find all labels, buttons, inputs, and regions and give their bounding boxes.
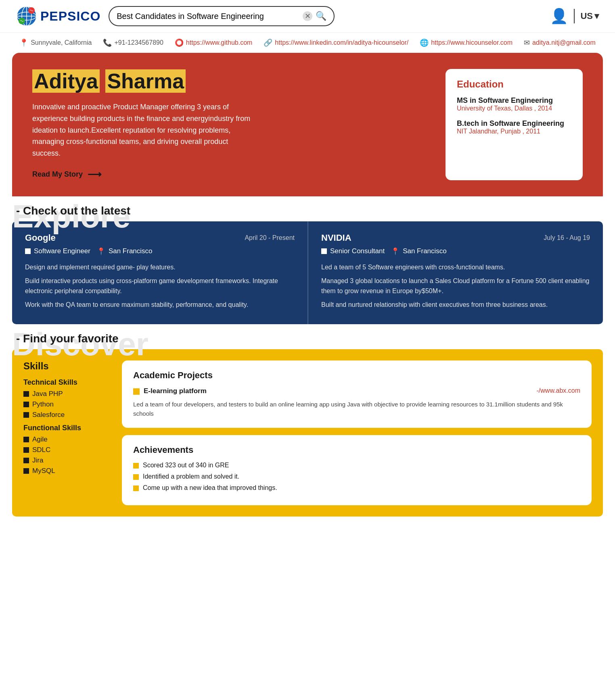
discover-title-area: Discover - Find your favorite <box>12 332 603 345</box>
functional-skills-label: Functional Skills <box>23 424 112 432</box>
skill-icon-java <box>23 391 29 397</box>
skill-mysql: MySQL <box>23 467 112 475</box>
github-icon: ⭕ <box>175 38 184 47</box>
edu-item-2: B.tech in Software Engineering NIT Jalan… <box>457 119 571 135</box>
exp-bullet-nvidia-1: Led a team of 5 Software engineers with … <box>321 262 590 273</box>
exp-role-nvidia: Senior Consultant 📍 San Francisco <box>321 247 590 256</box>
website-icon: 🌐 <box>420 38 429 47</box>
ach-icon-2 <box>133 474 139 480</box>
discover-section: Discover - Find your favorite <box>0 324 615 345</box>
skill-icon-python <box>23 402 29 407</box>
phone-icon: 📞 <box>103 38 112 47</box>
education-title: Education <box>457 79 571 90</box>
exp-card-google: Google April 20 - Present Software Engin… <box>12 221 308 324</box>
project-name-1: E-learning platform <box>144 387 533 395</box>
project-desc-1: Led a team of four developers, and teste… <box>133 400 580 418</box>
exp-role-title-nvidia: Senior Consultant <box>330 247 385 255</box>
linkedin-icon: 🔗 <box>264 38 272 47</box>
exp-role-title-google: Software Engineer <box>34 247 90 255</box>
location-icon: 📍 <box>19 38 28 47</box>
skills-title: Skills <box>23 360 112 372</box>
candidate-name: Aditya Sharma <box>32 69 429 93</box>
achievements-card: Achievements Scored 323 out of 340 in GR… <box>122 435 592 505</box>
skill-icon-agile <box>23 437 29 442</box>
exp-company-nvidia: NVIDIA <box>321 233 351 243</box>
candidate-first-name: Aditya <box>32 69 100 93</box>
exp-bullet-google-2: Build interactive products using cross-p… <box>25 276 295 296</box>
search-clear-button[interactable]: ✕ <box>303 11 312 21</box>
edu-degree-1: MS in Software Engineering <box>457 96 571 105</box>
project-link-1: -/www.abx.com <box>537 387 580 394</box>
skill-python: Python <box>23 400 112 408</box>
explore-section: Explore - Check out the latest <box>0 196 615 217</box>
edu-school-1: University of Texas, Dallas , 2014 <box>457 105 571 112</box>
skill-icon-sdlc <box>23 447 29 453</box>
exp-role-google: Software Engineer 📍 San Francisco <box>25 247 295 256</box>
hero-left: Aditya Sharma Innovative and proactive P… <box>32 69 429 180</box>
read-more-label: Read My Story <box>32 170 83 179</box>
location-item: 📍 Sunnyvale, California <box>19 38 92 47</box>
explore-subtitle: - Check out the latest <box>12 196 130 217</box>
skill-icon-jira <box>23 458 29 463</box>
skill-label-python: Python <box>32 400 54 408</box>
contact-bar: 📍 Sunnyvale, California 📞 +91-1234567890… <box>0 33 615 53</box>
phone-text: +91-1234567890 <box>114 39 163 46</box>
achievement-3: Come up with a new idea that improved th… <box>133 484 580 492</box>
skill-label-mysql: MySQL <box>32 467 55 475</box>
exp-bullet-google-1: Design and implement required game- play… <box>25 262 295 273</box>
search-input[interactable] <box>117 12 299 21</box>
pepsico-logo-globe <box>16 6 37 27</box>
region-label: US <box>580 11 593 21</box>
achievement-text-2: Identified a problem and solved it. <box>143 473 239 480</box>
search-icon[interactable]: 🔍 <box>316 11 326 21</box>
location-pin-nvidia: 📍 <box>391 247 400 256</box>
achievements-title: Achievements <box>133 445 580 455</box>
read-more-button[interactable]: Read My Story ⟶ <box>32 169 429 180</box>
ach-icon-3 <box>133 485 139 491</box>
exp-bullets-google: Design and implement required game- play… <box>25 262 295 310</box>
hero-section: Aditya Sharma Innovative and proactive P… <box>12 53 603 196</box>
explore-title-area: Explore - Check out the latest <box>12 204 603 217</box>
website-link[interactable]: https://www.hicounselor.com <box>431 39 512 46</box>
region-selector[interactable]: US ▾ <box>580 11 599 21</box>
ach-icon-1 <box>133 463 139 469</box>
edu-item-1: MS in Software Engineering University of… <box>457 96 571 112</box>
skills-projects-section: Skills Technical Skills Java PHP Python … <box>12 349 603 517</box>
academic-projects-card: Academic Projects E-learning platform -/… <box>122 360 592 428</box>
role-icon-nvidia <box>321 248 327 254</box>
skill-java-php: Java PHP <box>23 390 112 398</box>
header-right: 👤 US ▾ <box>550 8 599 25</box>
chevron-down-icon: ▾ <box>594 11 599 21</box>
edu-degree-2: B.tech in Software Engineering <box>457 119 571 128</box>
linkedin-item: 🔗 https://www.linkedin.com/in/aditya-hic… <box>264 38 408 47</box>
email-item: ✉ aditya.nitj@gmail.com <box>524 38 596 47</box>
exp-header-nvidia: NVIDIA July 16 - Aug 19 <box>321 233 590 243</box>
user-icon[interactable]: 👤 <box>550 8 568 25</box>
achievement-text-3: Come up with a new idea that improved th… <box>143 484 277 492</box>
exp-card-nvidia: NVIDIA July 16 - Aug 19 Senior Consultan… <box>308 221 603 324</box>
project-item-1: E-learning platform -/www.abx.com <box>133 387 580 395</box>
experience-grid: Google April 20 - Present Software Engin… <box>12 221 603 324</box>
candidate-last-name: Sharma <box>105 69 186 93</box>
skill-label-agile: Agile <box>32 435 48 444</box>
skill-salesforce: Salesforce <box>23 411 112 419</box>
hero-bio: Innovative and proactive Product Manager… <box>32 101 258 159</box>
skill-agile: Agile <box>23 435 112 444</box>
github-link[interactable]: https://www.github.com <box>186 39 253 46</box>
technical-skills-label: Technical Skills <box>23 378 112 387</box>
discover-subtitle: - Find your favorite <box>12 324 119 345</box>
skill-label-salesforce: Salesforce <box>32 411 65 419</box>
exp-location-nvidia: San Francisco <box>403 247 447 255</box>
linkedin-link[interactable]: https://www.linkedin.com/in/aditya-hicou… <box>275 39 408 46</box>
email-link[interactable]: aditya.nitj@gmail.com <box>532 39 596 46</box>
website-item: 🌐 https://www.hicounselor.com <box>420 38 512 47</box>
skill-icon-mysql <box>23 468 29 474</box>
phone-item: 📞 +91-1234567890 <box>103 38 163 47</box>
github-item: ⭕ https://www.github.com <box>175 38 253 47</box>
exp-bullet-google-3: Work with the QA team to ensure maximum … <box>25 300 295 310</box>
skill-label-sdlc: SDLC <box>32 446 50 454</box>
exp-dates-nvidia: July 16 - Aug 19 <box>544 234 590 242</box>
edu-school-2: NIT Jalandhar, Punjab , 2011 <box>457 128 571 135</box>
divider <box>574 9 575 23</box>
skills-panel: Skills Technical Skills Java PHP Python … <box>23 360 112 505</box>
